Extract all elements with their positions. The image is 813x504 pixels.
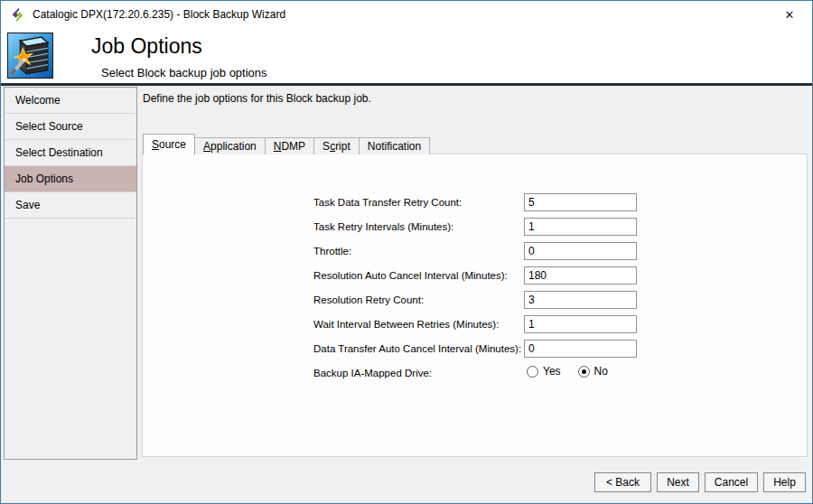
form-row: Wait Interval Between Retries (Minutes): — [313, 315, 499, 333]
catalogic-logo-icon — [10, 7, 25, 23]
tab-panel: Task Data Transfer Retry Count: Task Ret… — [142, 154, 808, 457]
resolution-auto-cancel-interval-input[interactable] — [524, 266, 637, 285]
content-description: Define the job options for this Block ba… — [143, 92, 371, 105]
field-label: Task Data Transfer Retry Count: — [313, 197, 462, 208]
radio-option-yes[interactable]: Yes — [527, 365, 561, 378]
wait-interval-between-retries-input[interactable] — [524, 315, 637, 333]
cancel-button[interactable]: Cancel — [705, 472, 758, 492]
wizard-steps-sidebar: Welcome Select Source Select Destination… — [4, 87, 137, 460]
wizard-header: Job Options Select Block backup job opti… — [1, 28, 812, 86]
page-subtitle: Select Block backup job options — [101, 66, 267, 79]
window-title: Catalogic DPX(172.20.6.235) - Block Back… — [33, 8, 285, 21]
field-label: Throttle: — [313, 246, 351, 257]
window-frame: Catalogic DPX(172.20.6.235) - Block Back… — [0, 0, 813, 504]
sidebar-item-job-options[interactable]: Job Options — [5, 166, 136, 192]
form-row: Task Data Transfer Retry Count: — [313, 193, 462, 211]
task-retry-intervals-input[interactable] — [524, 218, 637, 236]
field-label: Data Transfer Auto Cancel Interval (Minu… — [313, 343, 521, 354]
data-transfer-auto-cancel-interval-input[interactable] — [524, 340, 637, 358]
radio-circle-yes[interactable] — [527, 366, 538, 378]
tab-bar: Source Application NDMP Script Notificat… — [143, 134, 429, 154]
field-label: Task Retry Intervals (Minutes): — [313, 221, 453, 232]
help-button[interactable]: Help — [763, 472, 806, 492]
wizard-icon — [7, 33, 53, 79]
field-label: Wait Interval Between Retries (Minutes): — [313, 319, 499, 330]
tab-application[interactable]: Application — [194, 137, 266, 154]
sidebar-item-save[interactable]: Save — [5, 192, 136, 219]
form-row: Throttle: — [313, 242, 351, 260]
radio-option-no[interactable]: No — [578, 365, 608, 378]
back-button[interactable]: < Back — [594, 472, 651, 492]
field-label: Backup IA-Mapped Drive: — [313, 368, 432, 378]
close-icon[interactable]: ✕ — [776, 3, 803, 26]
title-bar: Catalogic DPX(172.20.6.235) - Block Back… — [1, 1, 812, 28]
form-row: Resolution Retry Count: — [313, 291, 424, 309]
form-row: Data Transfer Auto Cancel Interval (Minu… — [313, 340, 521, 358]
sidebar-item-welcome[interactable]: Welcome — [5, 88, 136, 114]
field-label: Resolution Retry Count: — [313, 294, 424, 305]
sidebar-item-select-source[interactable]: Select Source — [5, 114, 136, 140]
tab-ndmp[interactable]: NDMP — [265, 137, 314, 154]
task-data-transfer-retry-count-input[interactable] — [524, 193, 637, 211]
form-row: Task Retry Intervals (Minutes): — [313, 218, 453, 236]
throttle-input[interactable] — [524, 242, 637, 260]
resolution-retry-count-input[interactable] — [524, 291, 637, 309]
form-row: Resolution Auto Cancel Interval (Minutes… — [313, 266, 508, 285]
page-title: Job Options — [91, 34, 202, 59]
radio-group: Backup IA-Mapped Drive: Yes No — [313, 364, 432, 382]
tab-notification[interactable]: Notification — [359, 137, 430, 154]
sidebar-item-select-destination[interactable]: Select Destination — [5, 140, 136, 166]
radio-circle-no[interactable] — [578, 366, 590, 378]
tab-source[interactable]: Source — [143, 134, 195, 154]
field-label: Resolution Auto Cancel Interval (Minutes… — [313, 270, 508, 281]
tab-script[interactable]: Script — [313, 137, 360, 154]
next-button[interactable]: Next — [657, 472, 699, 492]
